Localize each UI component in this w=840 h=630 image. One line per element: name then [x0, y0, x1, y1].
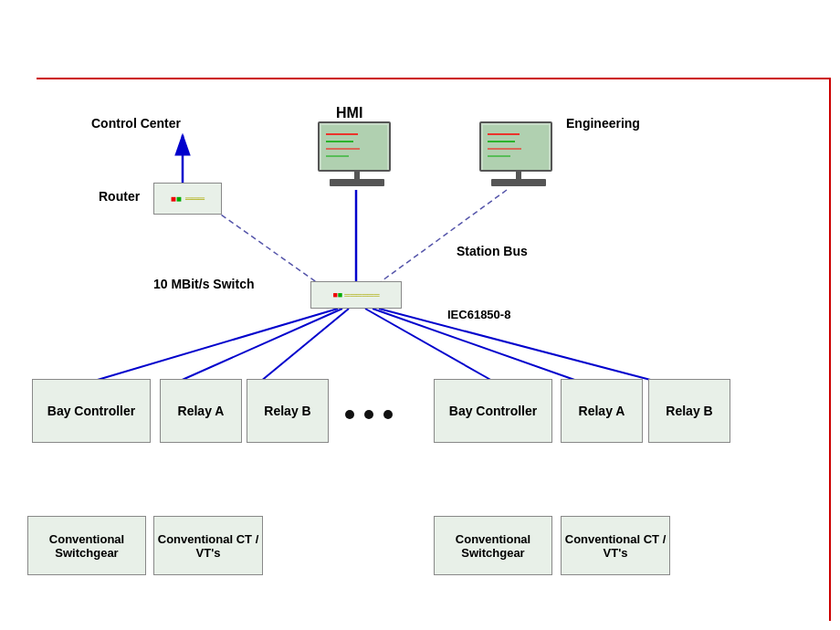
station-bus-label: Station Bus [457, 244, 528, 258]
dot-3 [383, 410, 393, 419]
dot-1 [345, 410, 354, 419]
engineering-label: Engineering [566, 116, 640, 131]
switch-label: 10 MBit/s Switch [153, 277, 254, 291]
hmi-monitor [318, 121, 395, 186]
red-border-right [829, 78, 831, 621]
svg-line-7 [178, 309, 342, 382]
relay-b-2: Relay B [648, 379, 730, 443]
svg-line-11 [379, 309, 657, 382]
relay-a-1: Relay A [160, 379, 242, 443]
engineering-monitor [479, 121, 557, 186]
router-label: Router [99, 189, 140, 204]
conv-ct-vt-2: Conventional CT / VT's [561, 516, 670, 575]
svg-line-6 [91, 309, 338, 382]
control-center-label: Control Center [91, 116, 181, 131]
hmi-label: HMI [336, 105, 362, 121]
protocol-label: IEC61850-8 [447, 308, 510, 321]
router-box: ■ ■ ═══ [153, 183, 222, 215]
relay-b-1: Relay B [247, 379, 329, 443]
conv-ct-vt-1: Conventional CT / VT's [153, 516, 263, 575]
svg-line-5 [379, 190, 507, 283]
bay-controller-1: Bay Controller [32, 379, 151, 443]
dot-2 [364, 410, 373, 419]
relay-a-2: Relay A [561, 379, 643, 443]
switch-box: ■ ■ ══════ [310, 281, 402, 309]
svg-line-8 [260, 309, 349, 382]
conv-switchgear-2: Conventional Switchgear [434, 516, 552, 575]
red-border-top [37, 78, 831, 79]
bay-controller-2: Bay Controller [434, 379, 552, 443]
conv-switchgear-1: Conventional Switchgear [27, 516, 146, 575]
